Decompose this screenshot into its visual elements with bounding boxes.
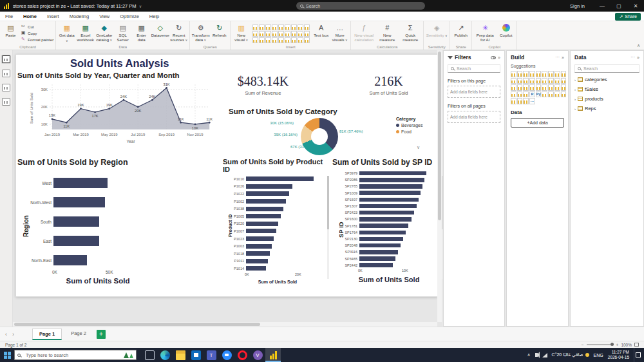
taskbar-app-edge[interactable] (157, 348, 173, 362)
bar[interactable] (246, 184, 292, 189)
collapse-pane-icon[interactable]: » (637, 55, 639, 60)
new-visual-calculation-button[interactable]: ƒNew visual calculation (353, 23, 375, 42)
more-visuals-visual-icon[interactable]: ⋯ (529, 98, 535, 104)
stacked-area-visual-icon[interactable] (561, 71, 567, 77)
visual-units-card[interactable]: 216KSum of Units Sold (345, 73, 432, 108)
legend-scroll-down-icon[interactable]: ∨ (417, 145, 420, 150)
bar[interactable] (246, 236, 274, 241)
zoom-slider[interactable] (587, 344, 614, 345)
shape-map-visual-icon[interactable] (265, 37, 271, 43)
data-table-categories[interactable]: ›categories (574, 77, 639, 82)
bar[interactable] (246, 214, 281, 218)
stacked-column-visual-icon[interactable] (259, 24, 265, 30)
line-and-stacked-column-visual-icon[interactable] (252, 31, 258, 37)
chevron-right-icon[interactable]: › (574, 78, 576, 82)
sensitivity-button[interactable]: ◈Sensitivity ∨ (426, 23, 448, 38)
bar[interactable] (359, 171, 426, 176)
bar[interactable] (359, 198, 419, 202)
new-measure-button[interactable]: #New measure (376, 23, 398, 42)
bar-row-p1005[interactable]: P1005 (223, 213, 329, 220)
bar[interactable] (359, 237, 403, 242)
close-button[interactable]: ✕ (627, 0, 644, 12)
action-center-icon[interactable] (634, 348, 641, 362)
legend-item-beverages[interactable]: Beverages (396, 123, 422, 128)
ribbon-chart-visual-icon[interactable] (265, 31, 271, 37)
bar-row-sp3116[interactable]: SP3116 (332, 249, 442, 255)
bar[interactable] (53, 255, 87, 265)
bar-row-north-west[interactable]: North-West (17, 193, 219, 212)
zoom-out-icon[interactable]: − (582, 343, 584, 347)
treemap-visual-icon[interactable] (304, 31, 310, 37)
taskbar-app-store[interactable] (188, 348, 204, 362)
bar[interactable] (359, 191, 421, 195)
bar[interactable] (359, 256, 395, 261)
card-visual-icon[interactable] (291, 37, 297, 43)
multi-row-card-visual-icon[interactable] (554, 84, 560, 91)
collapse-ribbon-icon[interactable]: ∧ (637, 43, 640, 48)
pie-visual-icon[interactable] (291, 31, 297, 37)
r-script-visual-icon[interactable]: R (529, 91, 535, 98)
multi-row-card-visual-icon[interactable] (298, 37, 303, 43)
slicer-visual-icon[interactable] (511, 91, 516, 98)
prep-data-for-ai-button[interactable]: ✳Prep data for AI (474, 23, 496, 42)
data-table-fsales[interactable]: ›fSales (574, 86, 639, 92)
collapse-pane-icon[interactable]: » (498, 55, 500, 60)
metrics-visual-icon[interactable] (523, 98, 529, 104)
share-button[interactable]: ↗ Share (615, 13, 641, 21)
dataverse-button[interactable]: ◇Dataverse (151, 23, 169, 37)
python-visual-icon[interactable]: Py (536, 91, 542, 98)
format-painter-button[interactable]: ✎Format painter (21, 37, 53, 42)
more-options-icon[interactable]: ⋯ (630, 55, 635, 60)
line-and-clustered-column-visual-icon[interactable] (517, 78, 523, 84)
language-indicator[interactable]: ENG (594, 353, 603, 357)
funnel-visual-icon[interactable] (536, 78, 542, 84)
bar[interactable] (359, 231, 406, 235)
scatter-visual-icon[interactable] (285, 31, 290, 37)
visual-product-bar-chart[interactable]: Sum of Units Sold by Product IDP1010P102… (223, 158, 329, 296)
bar[interactable] (53, 236, 99, 246)
bar-row-p1026[interactable]: P1026 (223, 183, 329, 191)
report-view-icon[interactable] (2, 55, 10, 63)
bar-row-p1014[interactable]: P1014 (223, 265, 329, 272)
bar-row-sp2048[interactable]: SP2048 (332, 242, 442, 249)
filters-drop-area[interactable]: Add data fields here (448, 86, 500, 98)
arcgis-map-visual-icon[interactable] (278, 37, 284, 43)
paginated-report-visual-icon[interactable] (511, 98, 516, 104)
bar-row-west[interactable]: West (17, 173, 219, 193)
data-search-box[interactable]: Search (574, 64, 639, 73)
menu-tab-modeling[interactable]: Modeling (64, 12, 94, 21)
fit-to-page-icon[interactable] (634, 343, 639, 347)
bar-row-p1020[interactable]: P1020 (223, 220, 329, 228)
speaker-icon[interactable] (535, 353, 538, 357)
bar[interactable] (246, 244, 272, 249)
dax-query-view-icon[interactable] (2, 98, 10, 106)
waterfall-visual-icon[interactable] (272, 31, 278, 37)
taskbar-search-box[interactable]: Type here to search (14, 350, 137, 360)
stacked-bar-visual-icon[interactable] (252, 24, 258, 30)
more-options-icon[interactable]: ⋯ (555, 55, 560, 60)
bar-row-p1018[interactable]: P1018 (223, 250, 329, 258)
bar-row-p1038[interactable]: P1038 (223, 205, 329, 213)
next-page-icon[interactable]: › (12, 331, 14, 338)
taskbar-app-viber[interactable]: V (250, 348, 265, 362)
filters-search-box[interactable]: Search (448, 64, 500, 73)
kpi-visual-icon[interactable] (561, 84, 567, 91)
azure-map-visual-icon[interactable] (529, 84, 535, 91)
visual-line-chart[interactable]: Sum of Units Sold by Year, Quarter and M… (17, 71, 220, 158)
donut-visual-icon[interactable] (298, 31, 303, 37)
bar[interactable] (246, 251, 270, 256)
add-page-button[interactable]: + (97, 330, 106, 339)
kpi-visual-icon[interactable] (304, 37, 310, 43)
recent-sources-button[interactable]: ↻Recent sources ∨ (170, 23, 187, 43)
page-tab-page-1[interactable]: Page 1 (32, 329, 62, 340)
bar[interactable] (246, 222, 278, 226)
bar-row-south[interactable]: South (17, 212, 219, 231)
azure-map-visual-icon[interactable] (272, 37, 278, 43)
bar[interactable] (246, 259, 268, 263)
bar-row-sp1781[interactable]: SP1781 (332, 223, 442, 229)
donut-ring[interactable] (301, 118, 338, 155)
stacked-area-visual-icon[interactable] (304, 24, 310, 30)
ribbon-chart-visual-icon[interactable] (523, 78, 529, 84)
stacked-bar-visual-icon[interactable] (511, 71, 516, 77)
taskbar-app-task-view[interactable] (142, 348, 157, 362)
